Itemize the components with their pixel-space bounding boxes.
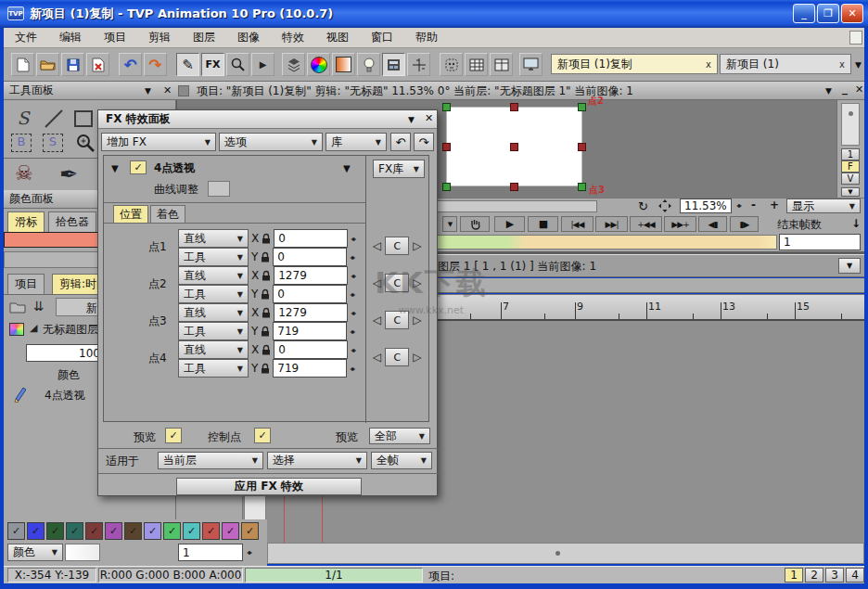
next-c-icon[interactable]: ▷ <box>413 276 421 289</box>
lock-icon[interactable] <box>261 363 270 374</box>
fx-close-icon[interactable]: ✕ <box>425 112 433 124</box>
panel-close-icon[interactable]: ✕ <box>163 84 172 96</box>
current-draw-color[interactable] <box>65 544 100 561</box>
toolbar-grid-button[interactable] <box>465 53 488 76</box>
view-1-button[interactable]: 1 <box>841 148 860 160</box>
toolbar-gradient-button[interactable] <box>332 53 355 76</box>
pan-view-icon[interactable] <box>658 199 671 212</box>
prev-c-icon[interactable]: ◁ <box>373 351 381 364</box>
point1-x-mode-dropdown[interactable]: 直线▼ <box>178 229 249 248</box>
toolbar-display-button[interactable] <box>519 53 542 76</box>
page-4-button[interactable]: 4 <box>846 568 864 583</box>
pan-hand-button[interactable] <box>460 216 490 232</box>
tab-close-icon[interactable]: x <box>706 59 711 70</box>
maximize-button[interactable]: ❐ <box>817 4 839 23</box>
library-dropdown[interactable]: 库▼ <box>326 133 387 151</box>
tab-position[interactable]: 位置 <box>113 205 148 224</box>
options-dropdown[interactable]: 选项▼ <box>219 133 323 151</box>
zoom-in-button[interactable]: + <box>770 198 779 211</box>
spline-tool[interactable]: S <box>11 108 35 132</box>
perspective-handle-right[interactable] <box>578 143 586 151</box>
lock-icon[interactable] <box>262 233 271 244</box>
spinner-icon[interactable]: ◂▸ <box>351 272 354 280</box>
color-swatch[interactable]: ✓ <box>7 522 25 540</box>
perspective-handle-left[interactable] <box>442 143 451 151</box>
menu-fx[interactable]: 特效 <box>271 28 315 48</box>
perspective-handle-p2[interactable] <box>578 103 586 111</box>
edit-fx-icon[interactable] <box>13 386 26 403</box>
rotate-view-icon[interactable]: ↻ <box>638 199 648 213</box>
spinner-icon[interactable]: ◂▸ <box>351 346 354 354</box>
apply-layer-dropdown[interactable]: 当前层▼ <box>158 452 263 469</box>
document-tab[interactable]: 新项目 (1) x <box>720 54 851 74</box>
point4-y-mode-dropdown[interactable]: 工具▼ <box>178 359 249 378</box>
color-swatch[interactable]: ✓ <box>183 522 200 540</box>
tab-list-dropdown-icon[interactable]: ▼ <box>855 60 862 70</box>
toolbar-light-button[interactable] <box>357 53 380 76</box>
toolbar-layers-button[interactable] <box>282 53 305 76</box>
point1-c-button[interactable]: C <box>385 237 409 255</box>
color-swatch[interactable]: ✓ <box>222 522 239 540</box>
menu-view[interactable]: 视图 <box>315 28 360 48</box>
perspective-handle-top[interactable] <box>510 103 518 111</box>
step-back-button[interactable]: ◀▮ <box>698 216 727 232</box>
go-end-button[interactable]: ▶▶| <box>595 216 628 232</box>
frame-number-input[interactable]: 1 <box>178 544 243 561</box>
layer-thumbnail[interactable] <box>9 323 24 336</box>
toolbar-new-button[interactable] <box>11 53 34 76</box>
fx-dialog-titlebar[interactable]: FX 特效面板 ▼ ✕ <box>98 110 437 129</box>
frame-spinner[interactable]: ◂▸ <box>247 548 250 557</box>
prev-c-icon[interactable]: ◁ <box>373 239 381 252</box>
tab-picker[interactable]: 拾色器 <box>48 211 96 232</box>
lock-icon[interactable] <box>261 251 270 262</box>
zoom-tool[interactable] <box>74 132 96 154</box>
color-swatch[interactable]: ✓ <box>85 522 103 540</box>
perspective-handle-center[interactable] <box>510 143 518 151</box>
child-window-icon[interactable] <box>849 31 862 45</box>
page-3-button[interactable]: 3 <box>825 568 844 583</box>
next-c-icon[interactable]: ▷ <box>413 239 421 252</box>
page-1-button[interactable]: 1 <box>785 568 803 583</box>
point2-y-input[interactable]: 0 <box>273 285 347 303</box>
control-points-checkbox[interactable]: ✓ <box>254 428 271 443</box>
line-tool[interactable] <box>43 108 65 130</box>
point3-y-mode-dropdown[interactable]: 工具▼ <box>178 322 249 340</box>
select-dropdown[interactable]: 选择▼ <box>267 452 367 469</box>
color-swatch[interactable]: ✓ <box>241 522 259 540</box>
next-c-icon[interactable]: ▷ <box>413 314 421 327</box>
display-dropdown[interactable]: 显示▼ <box>786 198 861 213</box>
color-swatch[interactable]: ✓ <box>105 522 122 540</box>
point4-c-button[interactable]: C <box>385 348 409 366</box>
brush-s-tool[interactable]: S <box>43 134 63 152</box>
collapse-all-icon[interactable]: ⇊ <box>33 299 45 314</box>
view-v-button[interactable]: V <box>841 173 860 185</box>
point3-y-input[interactable]: 719 <box>273 322 347 340</box>
menu-file[interactable]: 文件 <box>4 28 48 48</box>
zoom-out-button[interactable]: - <box>751 198 756 211</box>
menu-image[interactable]: 图像 <box>226 28 271 48</box>
toolbar-panel-button[interactable] <box>382 53 405 76</box>
prev-key-button[interactable]: +◀◀ <box>630 216 662 232</box>
toolbar-open-button[interactable] <box>36 53 59 76</box>
toolbar-splitview-button[interactable] <box>490 53 513 76</box>
tab-slider[interactable]: 滑标 <box>7 211 45 232</box>
brush-b-tool[interactable]: B <box>11 134 32 152</box>
fx-item-dropdown-icon[interactable]: ▼ <box>343 163 351 173</box>
window-grip-icon[interactable] <box>178 85 189 96</box>
toolbar-save-button[interactable] <box>61 53 84 76</box>
zoom-spinner[interactable]: ◂▸ <box>736 201 740 210</box>
preview-checkbox[interactable]: ✓ <box>165 428 182 443</box>
lock-icon[interactable] <box>261 326 270 337</box>
minimize-button[interactable]: _ <box>793 4 815 23</box>
end-frames-arrow-icon[interactable]: ↓ <box>851 217 861 230</box>
fx-menu-icon[interactable]: ▼ <box>408 115 415 124</box>
toolbar-close-doc-button[interactable] <box>86 53 109 76</box>
lock-icon[interactable] <box>262 344 271 355</box>
curve-adjust-box[interactable] <box>208 181 230 197</box>
point3-x-input[interactable]: 1279 <box>274 303 348 322</box>
point1-y-mode-dropdown[interactable]: 工具▼ <box>178 248 249 266</box>
color-swatch[interactable]: ✓ <box>202 522 220 540</box>
toolbar-draw-tool-button[interactable]: ✎ <box>176 53 199 76</box>
apply-fx-button[interactable]: 应用 FX 特效 <box>176 478 362 495</box>
page-2-button[interactable]: 2 <box>805 568 823 583</box>
